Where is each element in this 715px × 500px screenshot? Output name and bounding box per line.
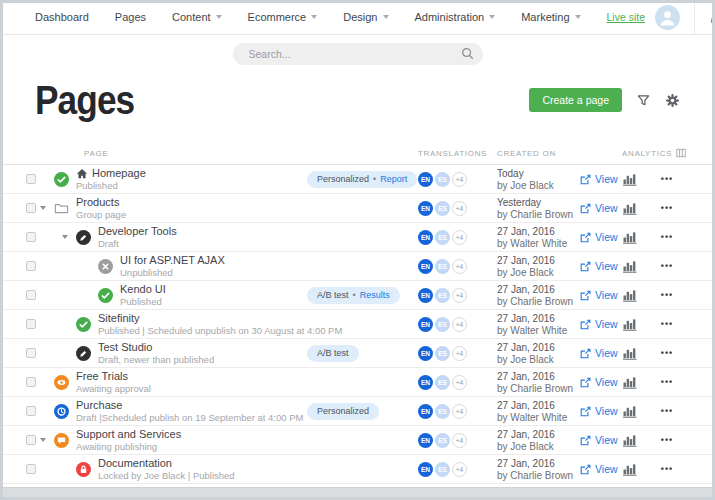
row-checkbox[interactable]	[26, 435, 36, 445]
row-checkbox[interactable]	[26, 203, 36, 213]
row-checkbox[interactable]	[26, 348, 36, 358]
language-badge-es[interactable]: ES	[435, 288, 450, 303]
page-title-link[interactable]: Documentation	[98, 457, 235, 470]
analytics-chart-icon[interactable]	[622, 339, 638, 367]
language-badge-es[interactable]: ES	[435, 317, 450, 332]
analytics-chart-icon[interactable]	[622, 223, 638, 251]
more-options-button[interactable]: •••	[656, 281, 678, 309]
language-badge-es[interactable]: ES	[435, 230, 450, 245]
more-options-button[interactable]: •••	[656, 455, 678, 483]
analytics-chart-icon[interactable]	[622, 310, 638, 338]
page-title-link[interactable]: Homepage	[76, 167, 146, 180]
language-badge-more[interactable]: +4	[452, 230, 467, 245]
collapse-caret-icon[interactable]	[62, 235, 68, 239]
create-page-button[interactable]: Create a page	[529, 88, 622, 112]
language-badge-more[interactable]: +4	[452, 462, 467, 477]
row-checkbox[interactable]	[26, 232, 36, 242]
more-options-button[interactable]: •••	[656, 397, 678, 425]
view-link[interactable]: View	[580, 223, 618, 251]
view-link[interactable]: View	[580, 165, 618, 193]
page-title-link[interactable]: UI for ASP.NET AJAX	[120, 254, 225, 267]
columns-settings-icon[interactable]	[676, 148, 686, 158]
page-title-link[interactable]: Kendo UI	[120, 283, 166, 296]
language-badge-more[interactable]: +4	[452, 317, 467, 332]
analytics-chart-icon[interactable]	[622, 194, 638, 222]
language-badge-en[interactable]: EN	[418, 201, 433, 216]
view-link[interactable]: View	[580, 397, 618, 425]
language-badge-es[interactable]: ES	[435, 433, 450, 448]
page-title-link[interactable]: Free Trials	[76, 370, 151, 383]
analytics-chart-icon[interactable]	[622, 281, 638, 309]
page-title-link[interactable]: Products	[76, 196, 126, 209]
row-checkbox[interactable]	[26, 174, 36, 184]
row-checkbox[interactable]	[26, 319, 36, 329]
language-badge-en[interactable]: EN	[418, 172, 433, 187]
view-link[interactable]: View	[580, 252, 618, 280]
collapse-caret-icon[interactable]	[40, 206, 46, 210]
more-options-button[interactable]: •••	[656, 223, 678, 251]
language-badge-en[interactable]: EN	[418, 433, 433, 448]
analytics-chart-icon[interactable]	[622, 397, 638, 425]
nav-item-marketing[interactable]: Marketing	[521, 11, 580, 23]
page-title-link[interactable]: Sitefinity	[98, 312, 342, 325]
language-badge-more[interactable]: +4	[452, 288, 467, 303]
language-badge-es[interactable]: ES	[435, 462, 450, 477]
analytics-chart-icon[interactable]	[622, 368, 638, 396]
view-link[interactable]: View	[580, 455, 618, 483]
language-badge-more[interactable]: +4	[452, 346, 467, 361]
results-link[interactable]: Results	[360, 290, 390, 300]
view-link[interactable]: View	[580, 281, 618, 309]
live-site-link[interactable]: Live site	[607, 11, 646, 23]
view-link[interactable]: View	[580, 426, 618, 454]
row-checkbox[interactable]	[26, 377, 36, 387]
nav-item-pages[interactable]: Pages	[115, 11, 146, 23]
row-checkbox[interactable]	[26, 261, 36, 271]
language-badge-es[interactable]: ES	[435, 375, 450, 390]
language-badge-es[interactable]: ES	[435, 259, 450, 274]
language-badge-more[interactable]: +4	[452, 375, 467, 390]
language-badge-en[interactable]: EN	[418, 230, 433, 245]
search-input[interactable]	[233, 43, 483, 65]
nav-item-dashboard[interactable]: Dashboard	[35, 11, 89, 23]
language-badge-en[interactable]: EN	[418, 317, 433, 332]
language-badge-more[interactable]: +4	[452, 433, 467, 448]
language-badge-es[interactable]: ES	[435, 346, 450, 361]
row-checkbox[interactable]	[26, 290, 36, 300]
gear-icon[interactable]	[665, 93, 680, 108]
analytics-chart-icon[interactable]	[622, 426, 638, 454]
view-link[interactable]: View	[580, 368, 618, 396]
language-badge-es[interactable]: ES	[435, 172, 450, 187]
language-badge-es[interactable]: ES	[435, 404, 450, 419]
page-title-link[interactable]: Test Studio	[98, 341, 214, 354]
page-title-link[interactable]: Developer Tools	[98, 225, 177, 238]
more-options-button[interactable]: •••	[656, 165, 678, 193]
view-link[interactable]: View	[580, 310, 618, 338]
language-badge-more[interactable]: +4	[452, 172, 467, 187]
row-checkbox[interactable]	[26, 406, 36, 416]
language-badge-es[interactable]: ES	[435, 201, 450, 216]
row-checkbox[interactable]	[26, 464, 36, 474]
view-link[interactable]: View	[580, 339, 618, 367]
view-link[interactable]: View	[580, 194, 618, 222]
language-badge-en[interactable]: EN	[418, 259, 433, 274]
language-badge-more[interactable]: +4	[452, 201, 467, 216]
page-title-link[interactable]: Support and Services	[76, 428, 181, 441]
language-badge-en[interactable]: EN	[418, 462, 433, 477]
nav-item-design[interactable]: Design	[343, 11, 388, 23]
language-badge-en[interactable]: EN	[418, 288, 433, 303]
more-options-button[interactable]: •••	[656, 339, 678, 367]
language-badge-more[interactable]: +4	[452, 259, 467, 274]
language-badge-en[interactable]: EN	[418, 346, 433, 361]
more-options-button[interactable]: •••	[656, 252, 678, 280]
language-badge-en[interactable]: EN	[418, 404, 433, 419]
nav-item-content[interactable]: Content	[172, 11, 222, 23]
more-options-button[interactable]: •••	[656, 310, 678, 338]
collapse-caret-icon[interactable]	[40, 438, 46, 442]
language-badge-en[interactable]: EN	[418, 375, 433, 390]
user-avatar[interactable]	[655, 5, 680, 30]
analytics-chart-icon[interactable]	[622, 252, 638, 280]
analytics-chart-icon[interactable]	[622, 455, 638, 483]
search-icon[interactable]	[461, 47, 474, 60]
filter-funnel-icon[interactable]	[637, 94, 650, 107]
page-title-link[interactable]: Purchase	[76, 399, 303, 412]
